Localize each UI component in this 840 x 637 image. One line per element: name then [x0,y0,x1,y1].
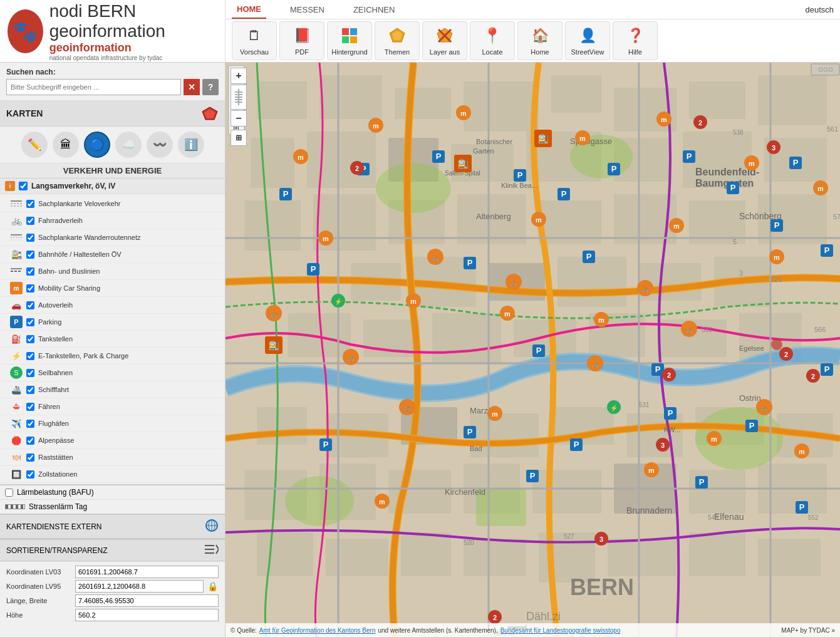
autoverleih-checkbox[interactable] [26,301,34,309]
theme-weather[interactable]: ☁️ [115,132,142,158]
raststätten-checkbox[interactable] [26,453,34,462]
vorschau-button[interactable]: 🗒 Vorschau [232,21,277,60]
svg-rect-70 [695,407,764,445]
streetview-label: StreetView [571,48,604,56]
svg-rect-55 [639,263,702,301]
category-checkbox[interactable] [19,182,28,190]
flughafen-checkbox[interactable] [26,420,34,428]
svg-text:527: 527 [564,533,574,540]
layer-aus-button[interactable]: Layer aus [422,21,467,60]
svg-text:Schönberg: Schönberg [739,211,782,221]
zoom-slider[interactable] [231,85,247,110]
theme-terrain[interactable]: 〰️ [147,132,173,158]
lock-icon[interactable]: 🔒 [206,580,219,593]
nav-messen[interactable]: MESSEN [285,0,329,19]
layer-raststätten[interactable]: 🍽 Raststätten [0,449,225,466]
pdf-button[interactable]: 📕 PDF [279,21,324,60]
svg-rect-281 [235,99,242,100]
svg-text:m: m [492,410,498,418]
zollstationen-checkbox[interactable] [26,470,34,479]
language-selector[interactable]: deutsch [805,5,834,14]
attribution-link1[interactable]: Amt für Geoinformation des Kantons Bern [259,627,376,634]
svg-text:m: m [749,160,755,167]
search-input[interactable] [6,79,181,95]
fahrradverleih-checkbox[interactable] [26,217,34,225]
seilbahnen-checkbox[interactable] [26,369,34,377]
bahnhoefe-checkbox[interactable] [26,251,34,259]
theme-road[interactable]: 🔵 [84,132,110,158]
layer-sachplankarte-wandern[interactable]: Sachplankarte Wanderroutennetz [0,229,225,246]
sachplankarte-velo-checkbox[interactable] [26,200,34,208]
locate-button[interactable]: 📍 Locate [470,21,515,60]
zoom-out-button[interactable]: − [231,110,247,127]
parking-label: Parking [38,318,61,326]
svg-rect-197 [570,438,583,451]
layer-etankstellen[interactable]: ⚡ E-Tankstellen, Park & Charge [0,348,225,365]
category-langsamverkehr[interactable]: i Langsamverkehr, öV, iV [0,179,225,194]
nav-home[interactable]: HOME [232,0,266,19]
layer-fahrradverleih[interactable]: 🚲 Fahrradverleih [0,212,225,229]
svg-text:531: 531 [702,326,712,333]
etankstellen-checkbox[interactable] [26,352,34,360]
map-zoom-controls: + − ⊞ [231,68,247,146]
search-clear-button[interactable]: ✕ [184,79,200,95]
map-area[interactable]: Beundenfeld- Baumgarten Ostrin... Elfena… [226,63,840,637]
tankstellen-checkbox[interactable] [26,335,34,343]
layer-zollstationen[interactable]: 🔲 Zollstationen [0,466,225,483]
layer-flughafen[interactable]: ✈️ Flughäfen [0,415,225,432]
layer-fahren[interactable]: ⛴ Fähren [0,398,225,415]
theme-city[interactable]: 🏛 [53,132,79,158]
coord-value-hoehe[interactable] [75,609,219,621]
sortieren-header[interactable]: SORTIEREN/TRANSPARENZ [0,539,225,561]
hilfe-button[interactable]: ❓ Hilfe [613,21,658,60]
coord-value-lng-lat[interactable] [75,594,219,607]
svg-text:m: m [711,435,717,443]
larmbelastung-checkbox[interactable] [5,489,13,497]
layer-sachplankarte-velo[interactable]: Sachplankarte Veloverkehr [0,195,225,212]
layer-mobility[interactable]: m Mobility Car Sharing [0,280,225,297]
map-credit[interactable]: MAP+ by TYDAC » [781,627,835,634]
sachplankarte-wandern-checkbox[interactable] [26,234,34,242]
svg-rect-77 [614,464,677,514]
svg-text:570: 570 [833,213,840,220]
nav-zeichnen[interactable]: ZEICHNEN [348,0,400,19]
theme-info[interactable]: ℹ️ [178,132,204,158]
svg-point-219 [488,610,502,624]
fahren-checkbox[interactable] [26,403,34,411]
theme-pencil[interactable]: ✏️ [21,132,48,158]
themen-button[interactable]: Themen [375,21,420,60]
layer-schifffahrt[interactable]: 🚢 Schifffahrt [0,381,225,398]
streetview-button[interactable]: 👤 StreetView [565,21,610,60]
svg-text:Dähl.zi: Dähl.zi [526,610,561,623]
layer-parking[interactable]: P Parking [0,314,225,331]
fullscreen-button[interactable]: ⊞ [231,130,247,146]
alpenpasse-checkbox[interactable] [26,437,34,445]
bahnlinien-checkbox[interactable] [26,267,34,276]
svg-point-225 [779,347,793,361]
coord-value-lv03[interactable] [75,566,219,578]
mobility-checkbox[interactable] [26,284,34,293]
etankstellen-icon: ⚡ [10,350,23,362]
svg-rect-2 [342,36,349,43]
search-help-button[interactable]: ? [202,79,219,95]
kartendienste-header[interactable]: KARTENDIENSTE EXTERN [0,514,225,539]
layer-bahnlinien[interactable]: Bahn- und Buslinien [0,263,225,280]
layer-seilbahnen[interactable]: S Seilbahnen [0,365,225,381]
karten-section-header[interactable]: KARTEN [0,101,225,127]
attribution-link2[interactable]: Bundesamt für Landestopografie swisstopo [500,627,621,634]
zoom-in-button[interactable]: + [231,68,247,84]
schifffahrt-checkbox[interactable] [26,386,34,394]
svg-point-88 [376,163,451,213]
main-container: Suchen nach: ✕ ? KARTEN ✏️ 🏛 🔵 ☁️ 〰️ [0,63,840,637]
coord-value-lv95[interactable] [75,580,204,593]
layer-tankstellen[interactable]: ⛽ Tankstellen [0,331,225,348]
layer-autoverleih[interactable]: 🚗 Autoverleih [0,297,225,314]
svg-text:Ostrin...: Ostrin... [739,393,768,403]
svg-point-157 [707,431,722,446]
parking-checkbox[interactable] [26,318,34,326]
layer-alpenpasse[interactable]: 🛑 Alpenpässe [0,432,225,449]
home-button[interactable]: 🏠 Home [517,21,563,60]
hintergrund-button[interactable]: Hintergrund [327,21,372,60]
svg-rect-57 [288,313,351,357]
layer-bahnhoefe[interactable]: 🚉 Bahnhöfe / Haltestellen ÖV [0,246,225,263]
